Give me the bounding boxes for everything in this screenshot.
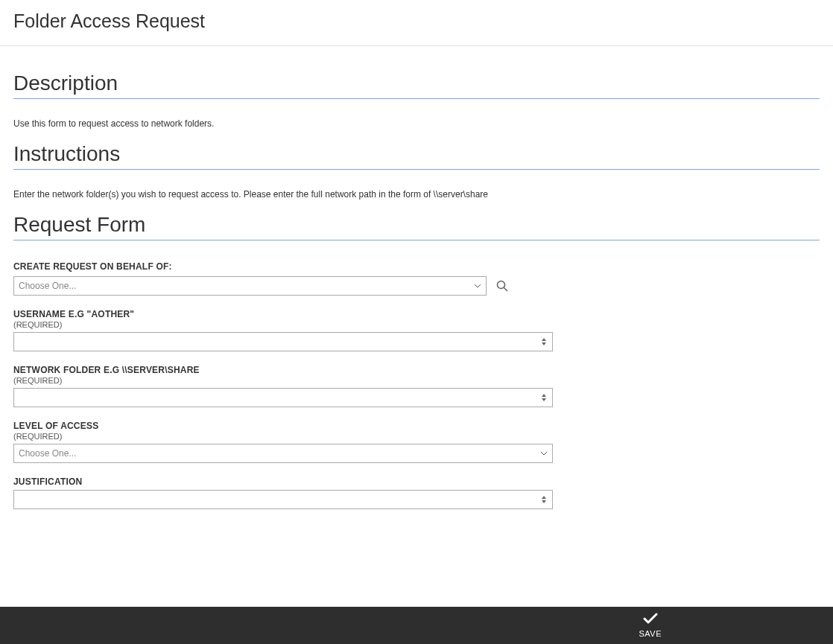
- network-folder-group: NETWORK FOLDER E.G \\SERVER\SHARE (REQUI…: [13, 365, 820, 407]
- save-label: SAVE: [639, 629, 662, 638]
- search-icon[interactable]: [495, 279, 509, 293]
- access-level-select[interactable]: Choose One...: [13, 444, 553, 463]
- page-title: Folder Access Request: [13, 10, 820, 32]
- justification-label: JUSTIFICATION: [13, 476, 820, 487]
- content-area: Description Use this form to request acc…: [0, 46, 833, 509]
- access-level-required: (REQUIRED): [13, 432, 820, 441]
- justification-group: JUSTIFICATION: [13, 476, 820, 509]
- access-level-group: LEVEL OF ACCESS (REQUIRED) Choose One...: [13, 421, 820, 463]
- justification-input-wrap: [13, 490, 553, 509]
- access-level-placeholder: Choose One...: [19, 448, 76, 459]
- request-form: CREATE REQUEST ON BEHALF OF: Choose One.…: [13, 240, 820, 509]
- footer-bar: SAVE: [0, 607, 833, 644]
- access-level-label: LEVEL OF ACCESS: [13, 421, 820, 431]
- chevron-down-icon: [474, 282, 481, 290]
- behalf-of-placeholder: Choose One...: [19, 281, 76, 291]
- stepper-icon: [542, 392, 549, 404]
- instructions-text: Enter the network folder(s) you wish to …: [13, 170, 820, 205]
- check-icon: [643, 613, 658, 626]
- request-form-heading: Request Form: [13, 205, 820, 240]
- svg-line-1: [504, 288, 508, 292]
- chevron-down-icon: [540, 450, 548, 457]
- svg-point-0: [498, 281, 505, 289]
- behalf-of-group: CREATE REQUEST ON BEHALF OF: Choose One.…: [13, 261, 820, 296]
- network-folder-input-wrap: [13, 388, 553, 407]
- username-input[interactable]: [19, 337, 536, 347]
- description-heading: Description: [13, 46, 820, 99]
- network-folder-input[interactable]: [19, 392, 536, 403]
- save-button[interactable]: SAVE: [639, 613, 662, 638]
- instructions-heading: Instructions: [13, 135, 820, 170]
- behalf-of-label: CREATE REQUEST ON BEHALF OF:: [13, 261, 820, 272]
- stepper-icon: [542, 494, 549, 506]
- network-folder-label: NETWORK FOLDER E.G \\SERVER\SHARE: [13, 365, 820, 375]
- username-group: USERNAME E.G "AOTHER" (REQUIRED): [13, 309, 820, 351]
- network-folder-required: (REQUIRED): [13, 376, 820, 385]
- stepper-icon: [542, 336, 549, 348]
- username-input-wrap: [13, 332, 553, 351]
- username-required: (REQUIRED): [13, 320, 820, 329]
- description-text: Use this form to request access to netwo…: [13, 99, 820, 135]
- username-label: USERNAME E.G "AOTHER": [13, 309, 820, 319]
- justification-input[interactable]: [19, 494, 536, 505]
- page-header: Folder Access Request: [0, 0, 833, 46]
- behalf-of-select[interactable]: Choose One...: [13, 276, 487, 296]
